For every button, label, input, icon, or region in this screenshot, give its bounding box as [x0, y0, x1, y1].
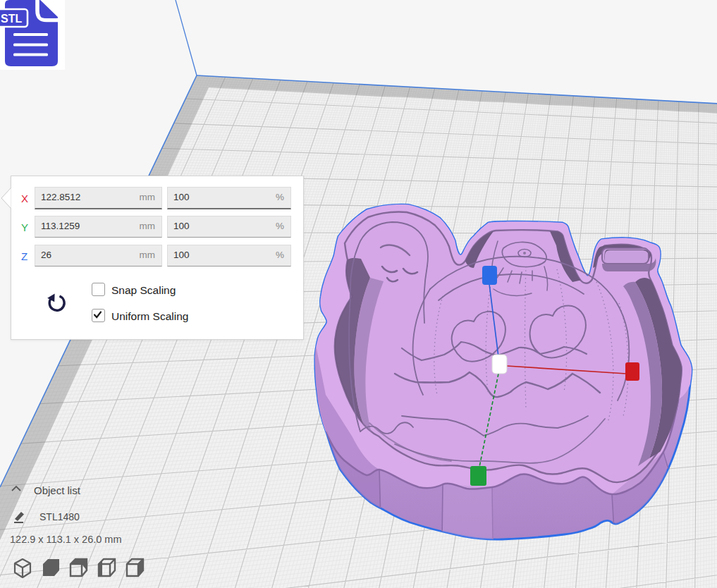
svg-text:STL: STL — [1, 13, 22, 25]
